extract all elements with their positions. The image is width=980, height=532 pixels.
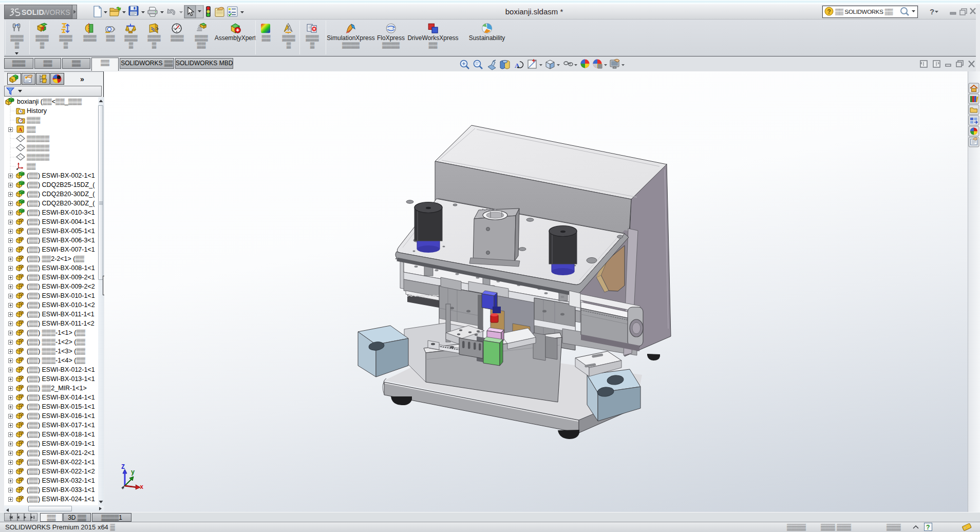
svg-text:▒▒ SOLIDWORKS ▒▒: ▒▒ SOLIDWORKS ▒▒ [835,9,893,15]
svg-text:?: ? [827,8,831,15]
svg-text:y: y [131,469,135,476]
svg-text:A: A [18,126,23,132]
svg-text:WORKS: WORKS [43,8,70,16]
svg-text:A: A [515,62,520,69]
svg-text:?: ? [926,524,930,531]
svg-text:SOLID: SOLID [22,8,44,16]
svg-text:?: ? [930,7,934,16]
